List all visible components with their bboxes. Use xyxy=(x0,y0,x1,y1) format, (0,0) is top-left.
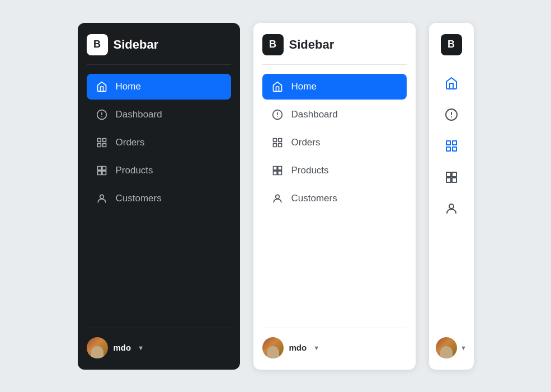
svg-rect-9 xyxy=(97,171,101,174)
user-name-dark[interactable]: mdo xyxy=(114,343,131,352)
nav-item-products-dark[interactable]: Products xyxy=(87,158,231,183)
nav-list-light: Home Dashboard Orders xyxy=(262,74,407,328)
sidebar-light: B Sidebar Home Dashboard xyxy=(253,23,416,370)
nav-label-products-light: Products xyxy=(291,165,329,176)
svg-rect-17 xyxy=(273,143,276,147)
nav-label-orders-dark: Orders xyxy=(116,137,145,148)
nav-item-customers-dark[interactable]: Customers xyxy=(87,186,231,211)
svg-rect-28 xyxy=(453,141,456,145)
dropdown-arrow-light[interactable]: ▼ xyxy=(313,344,319,351)
nav-label-customers-light: Customers xyxy=(291,193,337,204)
dashboard-icon-dark xyxy=(96,108,108,121)
nav-list-icon xyxy=(434,69,469,328)
nav-icon-item-home[interactable] xyxy=(434,69,469,98)
products-icon-dark xyxy=(96,164,108,177)
svg-rect-31 xyxy=(446,172,451,177)
products-icon-icon xyxy=(445,171,458,184)
svg-point-35 xyxy=(449,204,454,209)
dropdown-arrow-icon[interactable]: ▼ xyxy=(460,344,467,351)
svg-rect-34 xyxy=(452,178,456,182)
dashboard-icon-light xyxy=(271,108,284,121)
svg-rect-5 xyxy=(97,143,101,147)
svg-rect-27 xyxy=(446,141,450,145)
svg-rect-33 xyxy=(446,178,451,182)
nav-item-orders-light[interactable]: Orders xyxy=(262,130,407,155)
sidebar-dark-title: Sidebar xyxy=(114,37,159,52)
nav-item-customers-light[interactable]: Customers xyxy=(262,186,407,211)
svg-rect-20 xyxy=(277,166,281,170)
sidebar-dark: B Sidebar Home Dashboard xyxy=(78,23,240,370)
nav-item-dashboard-dark[interactable]: Dashboard xyxy=(87,102,231,127)
customers-icon-light xyxy=(271,192,284,205)
sidebar-icon-footer: ▼ xyxy=(434,328,469,358)
nav-label-orders-light: Orders xyxy=(291,137,321,148)
svg-rect-22 xyxy=(277,171,281,174)
sidebar-dark-footer: mdo ▼ xyxy=(87,328,231,358)
dropdown-arrow-dark[interactable]: ▼ xyxy=(138,344,144,351)
products-icon-light xyxy=(271,164,284,177)
nav-list-dark: Home Dashboard Orders xyxy=(87,74,231,328)
dashboard-icon-icon xyxy=(445,108,458,121)
sidebar-icon: B xyxy=(429,23,474,370)
nav-item-products-light[interactable]: Products xyxy=(262,158,407,183)
svg-rect-16 xyxy=(278,138,281,141)
user-name-light[interactable]: mdo xyxy=(289,343,307,352)
svg-rect-29 xyxy=(446,147,450,151)
nav-label-home-light: Home xyxy=(291,81,317,92)
nav-label-dashboard-light: Dashboard xyxy=(291,109,338,120)
nav-icon-item-products[interactable] xyxy=(434,163,469,192)
page-wrapper: B Sidebar Home Dashboard xyxy=(78,23,474,370)
sidebar-light-header: B Sidebar xyxy=(262,34,407,65)
sidebar-icon-header: B xyxy=(434,34,469,60)
nav-icon-item-orders[interactable] xyxy=(434,131,469,160)
nav-item-home-dark[interactable]: Home xyxy=(87,74,231,100)
brand-icon-icon: B xyxy=(441,34,462,55)
svg-rect-10 xyxy=(102,171,106,174)
svg-rect-8 xyxy=(102,166,106,170)
nav-item-home-light[interactable]: Home xyxy=(262,74,407,100)
nav-item-orders-dark[interactable]: Orders xyxy=(87,130,231,155)
avatar-dark xyxy=(87,337,108,358)
orders-icon-light xyxy=(271,136,284,149)
nav-label-products-dark: Products xyxy=(116,165,153,176)
svg-rect-15 xyxy=(273,138,276,141)
nav-item-dashboard-light[interactable]: Dashboard xyxy=(262,102,407,127)
nav-label-customers-dark: Customers xyxy=(116,193,162,204)
svg-rect-7 xyxy=(97,166,101,170)
svg-rect-4 xyxy=(102,138,106,141)
home-icon-dark xyxy=(96,81,108,93)
nav-icon-item-dashboard[interactable] xyxy=(434,100,469,129)
svg-rect-21 xyxy=(273,171,277,174)
avatar-light xyxy=(262,337,284,358)
customers-icon-dark xyxy=(96,192,108,205)
home-icon-icon xyxy=(445,77,458,90)
svg-rect-18 xyxy=(278,143,281,147)
svg-rect-3 xyxy=(97,138,101,141)
nav-icon-item-customers[interactable] xyxy=(434,194,469,223)
svg-rect-6 xyxy=(102,143,106,147)
svg-rect-32 xyxy=(452,172,456,177)
svg-point-23 xyxy=(275,195,279,199)
nav-label-home-dark: Home xyxy=(116,81,141,92)
sidebar-light-footer: mdo ▼ xyxy=(262,328,407,358)
sidebar-light-title: Sidebar xyxy=(289,37,335,52)
brand-icon-dark: B xyxy=(87,34,108,55)
orders-icon-dark xyxy=(96,136,108,149)
customers-icon-icon xyxy=(445,202,458,215)
orders-icon-icon xyxy=(445,139,458,153)
sidebar-dark-header: B Sidebar xyxy=(87,34,231,65)
nav-label-dashboard-dark: Dashboard xyxy=(116,109,162,120)
svg-point-11 xyxy=(100,195,103,199)
svg-rect-19 xyxy=(273,166,277,170)
brand-icon-light: B xyxy=(262,34,284,55)
home-icon-light xyxy=(271,81,284,93)
svg-rect-30 xyxy=(453,147,456,151)
avatar-icon xyxy=(436,337,457,358)
